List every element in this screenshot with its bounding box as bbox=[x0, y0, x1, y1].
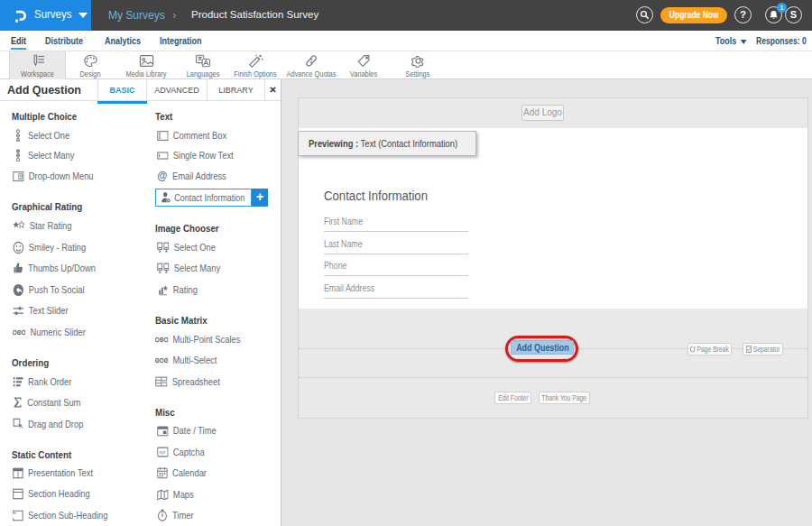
svg-text:xyz: xyz bbox=[160, 450, 166, 455]
